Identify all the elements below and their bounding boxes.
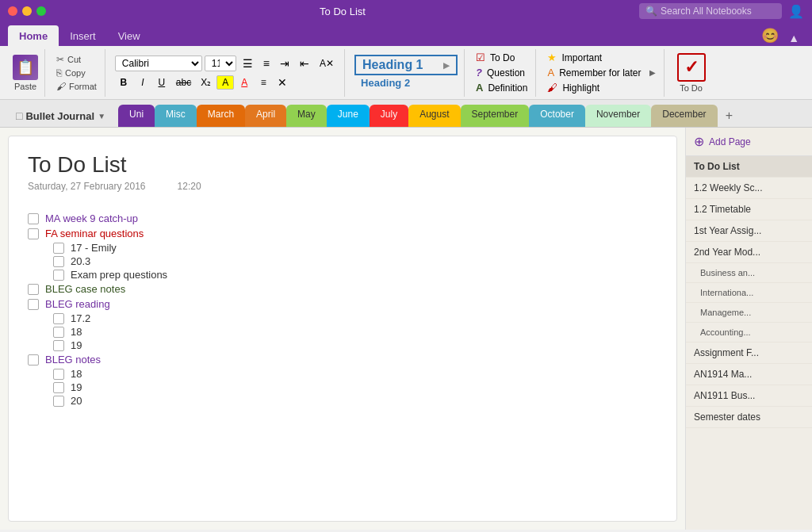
important-tag-icon: ★ (547, 52, 557, 63)
font-format-row: B I U abc X₂ A A ≡ ✕ (115, 75, 338, 90)
tab-august[interactable]: August (408, 105, 460, 127)
page-list-item[interactable]: 2nd Year Mod... (686, 242, 812, 263)
underline-button[interactable]: U (153, 75, 170, 90)
ribbon-toolbar: 📋 Paste ✂ Cut ⎘ Copy 🖌 Format Calibri (0, 46, 812, 100)
remember-expand-icon[interactable]: ▶ (649, 68, 656, 77)
search-bar[interactable]: 🔍 Search All Notebooks (639, 3, 782, 19)
checkbox[interactable] (53, 340, 64, 351)
item-text: 20.3 (71, 255, 90, 267)
tab-july[interactable]: July (370, 105, 408, 127)
cut-button[interactable]: ✂ Cut (55, 53, 98, 66)
tab-uni[interactable]: Uni (118, 105, 155, 127)
checkbox[interactable] (28, 284, 39, 295)
definition-tag-label: Definition (488, 82, 527, 94)
todo-tag-button[interactable]: ☑ To Do (474, 51, 529, 64)
tab-december[interactable]: December (651, 105, 717, 127)
page-list-item[interactable]: Business an... (686, 263, 812, 283)
bold-button[interactable]: B (115, 75, 132, 90)
page-sidebar: ⊕ Add Page To Do List 1.2 Weekly Sc... 1… (685, 128, 812, 530)
item-text: 20 (71, 395, 82, 407)
font-size-select[interactable]: 11 (205, 55, 236, 71)
paste-button[interactable]: 📋 Paste (13, 55, 38, 91)
indent-button[interactable]: ⇥ (276, 55, 293, 72)
outdent-button[interactable]: ⇤ (296, 55, 313, 72)
subscript-button[interactable]: X₂ (197, 75, 215, 90)
format-button[interactable]: 🖌 Format (55, 80, 98, 93)
paste-label: Paste (14, 82, 36, 91)
tab-view[interactable]: View (107, 25, 151, 46)
item-text: BLEG case notes (45, 283, 125, 295)
highlight-tag-label: Highlight (562, 82, 599, 94)
page-list-item[interactable]: Internationa... (686, 283, 812, 303)
tab-june[interactable]: June (327, 105, 370, 127)
tab-insert[interactable]: Insert (59, 25, 107, 46)
notebook-chevron-icon[interactable]: ▼ (98, 112, 105, 121)
align-button[interactable]: ≡ (255, 75, 272, 90)
heading1-style-button[interactable]: Heading 1 ▶ (354, 55, 458, 75)
todo-ribbon-button[interactable]: ✓ To Do (668, 50, 715, 96)
user-icon[interactable]: 👤 (788, 4, 804, 19)
page-list-item[interactable]: 1.2 Weekly Sc... (686, 178, 812, 199)
tab-home[interactable]: Home (8, 25, 59, 46)
page-list-item[interactable]: AN1914 Ma... (686, 364, 812, 385)
collapse-ribbon-button[interactable]: ▲ (783, 30, 804, 46)
heading2-style-button[interactable]: Heading 2 (354, 75, 458, 90)
highlight-color-button[interactable]: A (216, 75, 234, 90)
minimize-button[interactable] (22, 6, 32, 16)
remove-format-button[interactable]: ✕ (274, 75, 291, 90)
checkbox[interactable] (28, 228, 39, 239)
todo-ribbon-label: To Do (680, 83, 703, 93)
item-text: BLEG reading (45, 298, 110, 310)
tab-misc[interactable]: Misc (155, 105, 197, 127)
page-list-item[interactable]: 1.2 Timetable (686, 199, 812, 220)
italic-button[interactable]: I (134, 75, 151, 90)
page-list-item[interactable]: AN1911 Bus... (686, 385, 812, 407)
clear-format-button[interactable]: A✕ (316, 55, 338, 71)
checkbox[interactable] (53, 313, 64, 324)
checkbox[interactable] (53, 270, 64, 281)
checkbox[interactable] (53, 256, 64, 267)
checkbox[interactable] (53, 369, 64, 380)
strikethrough-button[interactable]: abc (172, 75, 195, 90)
checkbox[interactable] (53, 243, 64, 254)
checkbox[interactable] (28, 213, 39, 224)
question-tag-button[interactable]: ? Question (474, 66, 529, 79)
font-color-button[interactable]: A (236, 75, 253, 90)
definition-tag-button[interactable]: A Definition (474, 81, 529, 94)
tab-may[interactable]: May (286, 105, 327, 127)
highlight-tag-button[interactable]: 🖌 Highlight (546, 81, 657, 94)
page-list-item[interactable]: 1st Year Assig... (686, 220, 812, 242)
page-list-item[interactable]: To Do List (686, 156, 812, 178)
add-page-button[interactable]: ⊕ Add Page (686, 128, 812, 156)
remember-tag-button[interactable]: A Remember for later ▶ (546, 66, 657, 79)
main-area: To Do List Saturday, 27 February 2016 12… (0, 128, 812, 530)
add-page-icon: ⊕ (694, 134, 704, 149)
copy-button[interactable]: ⎘ Copy (55, 67, 98, 79)
important-tag-button[interactable]: ★ Important (546, 51, 657, 64)
page-list-item[interactable]: Semester dates (686, 407, 812, 428)
checkbox[interactable] (28, 299, 39, 310)
expand-styles-icon[interactable]: ▶ (443, 61, 450, 70)
list-item: Exam prep questions (53, 268, 657, 281)
tab-november[interactable]: November (585, 105, 651, 127)
font-name-select[interactable]: Calibri (115, 55, 202, 71)
numbered-list-button[interactable]: ≡ (259, 55, 274, 72)
checkbox[interactable] (53, 327, 64, 338)
tab-september[interactable]: September (461, 105, 530, 127)
notebook-name[interactable]: □ Bullet Journal ▼ (6, 106, 115, 125)
tab-march[interactable]: March (197, 105, 245, 127)
page-list-item[interactable]: Assignment F... (686, 343, 812, 364)
emoji-button[interactable]: 😊 (756, 25, 783, 46)
checkbox[interactable] (28, 354, 39, 366)
page-list-item[interactable]: Accounting... (686, 323, 812, 343)
checkbox[interactable] (53, 382, 64, 393)
tab-april[interactable]: April (245, 105, 286, 127)
tab-october[interactable]: October (529, 105, 585, 127)
add-section-button[interactable]: + (718, 105, 741, 127)
maximize-button[interactable] (36, 6, 46, 16)
item-text: Exam prep questions (71, 269, 167, 281)
close-button[interactable] (8, 6, 17, 16)
checkbox[interactable] (53, 396, 64, 407)
bullet-list-button[interactable]: ☰ (239, 55, 257, 72)
page-list-item[interactable]: Manageme... (686, 303, 812, 323)
